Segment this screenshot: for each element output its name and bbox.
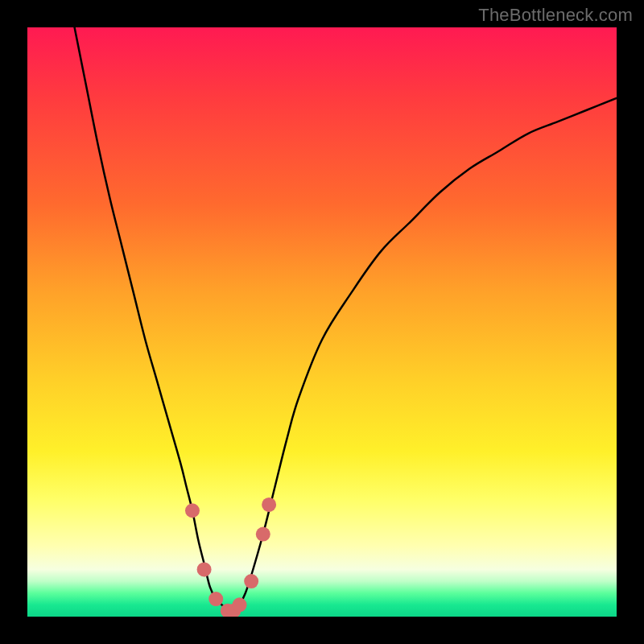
- marker-dot: [244, 574, 258, 588]
- chart-plot-area: [27, 27, 617, 617]
- chart-markers: [185, 497, 276, 617]
- marker-dot: [185, 503, 200, 518]
- marker-dot: [197, 562, 212, 576]
- chart-frame: TheBottleneck.com: [0, 0, 644, 644]
- marker-dot: [262, 497, 276, 512]
- marker-dot: [208, 592, 223, 606]
- chart-curve: [75, 27, 617, 612]
- watermark-label: TheBottleneck.com: [478, 5, 633, 26]
- chart-svg: [27, 27, 617, 617]
- marker-dot: [233, 597, 247, 612]
- curve-path: [75, 27, 617, 612]
- marker-dot: [256, 527, 270, 542]
